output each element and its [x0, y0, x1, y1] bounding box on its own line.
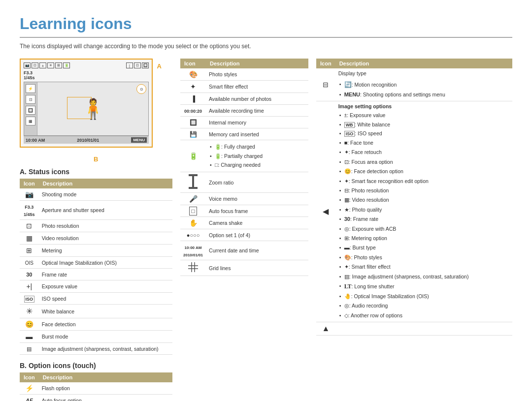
cam-left-icons: ⚡ ⊡ 🔲 ▦ [24, 82, 37, 135]
camera-diagram: 📷 ⊡ ± ✳ ⊞ 🔋 | ⊡ 🔲 F3.31/45s [20, 59, 153, 154]
image-setting-list: ±: Exposure value WB: White balance ISO:… [338, 111, 509, 320]
icon-cell: ◀ [316, 101, 335, 322]
display-type-list: 🔄: Motion recognition MENU: Shooting opt… [338, 80, 509, 99]
list-item: ⊡: Focus area option [338, 157, 509, 167]
cam-fstop: F3.31/45s [24, 70, 149, 80]
col-icon-a: Icon [20, 179, 39, 188]
icon-cell: ▲ [316, 322, 335, 335]
icon-cell: ▐ [180, 93, 206, 105]
icon-cell: 📷 [20, 188, 39, 201]
icon-cell: 30 [20, 269, 39, 280]
desc-cell: Exposure value [39, 280, 172, 293]
option-icons-table: Icon Description ⚡ Flash option AF Auto … [20, 372, 172, 401]
icon-cell: ▦ [20, 232, 39, 245]
table-row: ✋ Camera shake [180, 217, 308, 229]
label-b: B [94, 155, 172, 163]
icon-cell: ⊞ [20, 245, 39, 257]
table-row: AF Auto focus option [20, 395, 172, 401]
list-item: ■: Face tone [338, 138, 509, 148]
table-row: ⊡ Photo resolution [20, 220, 172, 232]
list-item: ISO: ISO speed [338, 129, 509, 138]
icon-cell: 🎨 [180, 68, 206, 81]
desc-cell: ISO speed [39, 293, 172, 305]
desc-cell: Burst mode [39, 331, 172, 343]
table-row: ◀ Image setting options ±: Exposure valu… [316, 101, 512, 322]
cam-icon-5: ⊞ [55, 62, 62, 68]
cam-focus-box [67, 97, 92, 119]
table-row: 🔲 Internal memory [180, 117, 308, 128]
table-row: Grid lines [180, 260, 308, 276]
icon-cell: 🔋 [180, 140, 206, 172]
desc-cell: Available recording time [206, 105, 308, 117]
list-item: ◎: Exposure with ACB [338, 224, 509, 234]
list-item: ▬: Burst type [338, 243, 509, 252]
right-column: Icon Description ⊟ Display type 🔄: Motio… [316, 59, 512, 336]
desc-cell: Optical Image Stabilization (OIS) [39, 257, 172, 269]
cam-side-icon-1: ⚡ [26, 84, 35, 93]
desc-cell: Auto focus option [39, 395, 172, 401]
desc-cell: Flash option [39, 382, 172, 395]
cam-right-icon: ⊙ [136, 84, 146, 94]
desc-cell: Option set 1 (of 4) [206, 229, 308, 241]
battery-list: 🔋: Fully charged 🔋: Partially charged □:… [209, 142, 305, 170]
cam-viewfinder: 🧍 ⊙ [37, 82, 148, 135]
table-row: ISO ISO speed [20, 293, 172, 305]
table-row: ▦ Video resolution [20, 232, 172, 245]
icon-cell [180, 172, 206, 193]
svg-rect-2 [189, 187, 198, 189]
col-icon-mid: Icon [180, 59, 206, 68]
cam-icon-2: ⊡ [32, 62, 38, 68]
table-row: 🔋 🔋: Fully charged 🔋: Partially charged … [180, 140, 308, 172]
desc-cell: White balance [39, 305, 172, 318]
list-item: 30: Frame rate [338, 215, 509, 224]
cam-icon-9: 🔲 [142, 62, 149, 68]
main-layout: 📷 ⊡ ± ✳ ⊞ 🔋 | ⊡ 🔲 F3.31/45s [20, 59, 512, 401]
cam-icon-row-left: 📷 ⊡ ± ✳ ⊞ 🔋 [24, 62, 70, 68]
list-item: 🔋: Partially charged [209, 152, 305, 161]
list-item: ⊟: Photo resolution [338, 186, 509, 195]
table-row: ●○○○ Option set 1 (of 4) [180, 229, 308, 241]
icon-cell: 🔲 [180, 117, 206, 128]
icon-cell: ⚡ [20, 382, 39, 395]
zoom-ratio-icon [189, 174, 198, 189]
svg-rect-0 [192, 174, 194, 189]
icon-cell: ⊡ [20, 220, 39, 232]
list-item: ▤: Image adjustment (sharpness, contrast… [338, 272, 509, 281]
cam-date: 2010/01/01 [77, 138, 99, 143]
icon-cell: ●○○○ [180, 229, 206, 241]
icon-cell: AF [20, 395, 39, 401]
table-row: ✦ Smart filter effect [180, 81, 308, 93]
icon-cell: ✳ [20, 305, 39, 318]
icon-cell: ✦ [180, 81, 206, 93]
icon-cell: 00:00:20 [180, 105, 206, 117]
list-item: □: Charging needed [209, 160, 305, 170]
table-row: ▤ Image adjustment (sharpness, contrast,… [20, 343, 172, 355]
icon-cell: □ [180, 205, 206, 217]
desc-cell: Display type 🔄: Motion recognition MENU:… [335, 68, 512, 101]
desc-cell: Smart filter effect [206, 81, 308, 93]
desc-cell: Auto focus frame [206, 205, 308, 217]
table-row: ⊞ Metering [20, 245, 172, 257]
list-item: ⊞: Metering option [338, 234, 509, 243]
icon-cell: F3.31/45s [20, 201, 39, 220]
desc-cell: Photo resolution [39, 220, 172, 232]
display-type-label: Display type [338, 70, 366, 76]
list-item: 🔋: Fully charged [209, 142, 305, 152]
camera-top-bar: 📷 ⊡ ± ✳ ⊞ 🔋 | ⊡ 🔲 [24, 62, 149, 68]
cam-bottom-bar: 10:00 AM 2010/01/01 MENU [24, 136, 149, 144]
status-icons-table: Icon Description 📷 Shooting mode F3.31/4… [20, 179, 172, 355]
list-item: ±: Exposure value [338, 111, 509, 120]
cam-icon-7: | [126, 62, 133, 68]
desc-cell: Shooting mode [39, 188, 172, 201]
icon-cell: 😊 [20, 318, 39, 331]
table-row: ▬ Burst mode [20, 331, 172, 343]
section-b-title: B. Option icons (touch) [20, 362, 172, 370]
right-icons-table: Icon Description ⊟ Display type 🔄: Motio… [316, 59, 512, 336]
icon-cell: ISO [20, 293, 39, 305]
table-row: 🎤 Voice memo [180, 193, 308, 205]
table-row: 🎨 Photo styles [180, 68, 308, 81]
table-row: ⊟ Display type 🔄: Motion recognition MEN… [316, 68, 512, 101]
desc-cell: Current date and time [206, 241, 308, 260]
icon-cell: 🎤 [180, 193, 206, 205]
list-item: ✦: Smart filter effect [338, 262, 509, 272]
